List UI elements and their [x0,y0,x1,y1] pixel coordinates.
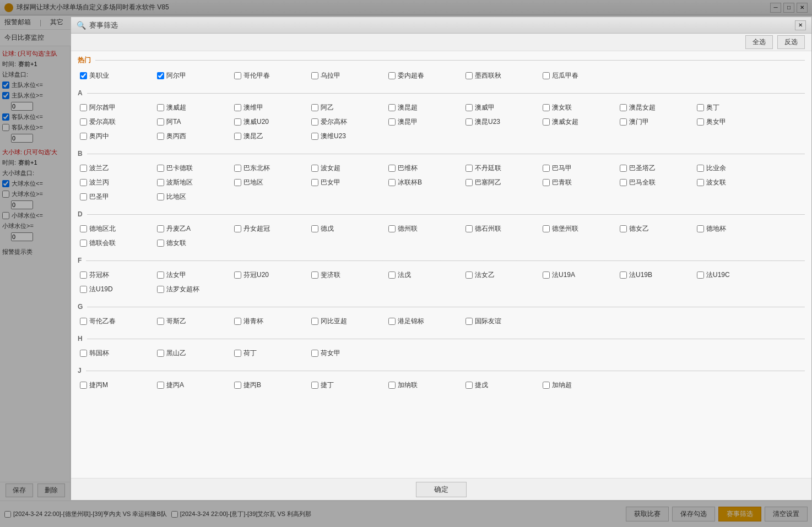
item-label[interactable]: 澳昆乙 [243,132,263,141]
item-label[interactable]: 阿乙 [321,103,334,112]
ge-lun-jia-chun-label[interactable]: 哥伦甲春 [243,71,270,80]
checkbox[interactable] [620,165,627,172]
ge-lun-jia-chun-checkbox[interactable] [234,72,241,79]
item-label[interactable]: 比业余 [706,164,726,173]
checkbox[interactable] [697,225,704,232]
item-label[interactable]: 法戊 [398,270,411,280]
checkbox[interactable] [157,193,164,200]
item-label[interactable]: 加纳超 [552,381,572,390]
checkbox[interactable] [543,271,550,279]
checkbox[interactable] [543,165,550,172]
item-label[interactable]: 波兰乙 [89,164,109,173]
item-label[interactable]: 奥女甲 [706,117,726,127]
item-label[interactable]: 德联会联 [89,238,116,248]
checkbox[interactable] [157,179,164,186]
a-er-jia-checkbox[interactable] [157,72,164,79]
checkbox[interactable] [388,118,396,126]
mo-xi-lian-qiu-label[interactable]: 墨西联秋 [475,71,501,80]
checkbox[interactable] [543,225,550,232]
item-label[interactable]: 巴圣塔乙 [629,164,656,173]
checkbox[interactable] [697,165,704,172]
checkbox[interactable] [157,240,164,247]
item-label[interactable]: 澳威女超 [552,117,578,127]
e-gua-jia-chun-checkbox[interactable] [543,72,550,79]
checkbox[interactable] [80,165,87,172]
item-label[interactable]: 德戊 [321,224,334,233]
item-label[interactable]: 荷女甲 [321,349,340,358]
checkbox[interactable] [697,104,704,111]
item-label[interactable]: 巴青联 [552,178,572,187]
modal-content[interactable]: 热门 美职业 阿尔甲 哥伦甲春 [71,51,811,478]
e-gua-jia-chun-label[interactable]: 厄瓜甲春 [552,71,578,80]
item-label[interactable]: 捷丙B [243,381,261,390]
checkbox[interactable] [388,318,396,325]
item-label[interactable]: 国际友谊 [475,317,501,326]
checkbox[interactable] [620,271,627,279]
item-label[interactable]: 德女乙 [629,224,649,233]
item-label[interactable]: 巴圣甲 [89,192,109,202]
item-label[interactable]: 捷戊 [475,381,488,390]
item-label[interactable]: 巴卡德联 [166,164,193,173]
checkbox[interactable] [80,193,87,200]
checkbox[interactable] [543,104,550,111]
checkbox[interactable] [80,104,87,111]
checkbox[interactable] [311,165,318,172]
checkbox[interactable] [157,225,164,232]
item-label[interactable]: 巴马甲 [552,164,572,173]
checkbox[interactable] [234,104,241,111]
checkbox[interactable] [80,350,87,357]
checkbox[interactable] [234,225,241,232]
checkbox[interactable] [157,286,164,293]
checkbox[interactable] [465,225,473,232]
checkbox[interactable] [311,104,318,111]
item-label[interactable]: 芬冠杯 [89,270,109,280]
item-label[interactable]: 澳昆甲 [398,117,418,127]
item-label[interactable]: 巴塞阿乙 [475,178,501,187]
item-label[interactable]: 德石州联 [475,224,501,233]
item-label[interactable]: 德女联 [166,238,186,248]
checkbox[interactable] [465,271,473,279]
checkbox[interactable] [465,179,473,186]
item-label[interactable]: 澳门甲 [629,117,649,127]
mei-zhiye-label[interactable]: 美职业 [89,71,109,80]
checkbox[interactable] [465,118,473,126]
checkbox[interactable] [80,382,87,389]
checkbox[interactable] [234,179,241,186]
item-label[interactable]: 澳威甲 [475,103,495,112]
checkbox[interactable] [80,118,87,126]
checkbox[interactable] [157,271,164,279]
item-label[interactable]: 奥丁 [706,103,719,112]
checkbox[interactable] [157,165,164,172]
item-label[interactable]: 波女超 [321,164,340,173]
mo-xi-lian-qiu-checkbox[interactable] [465,72,473,79]
checkbox[interactable] [157,133,164,140]
item-label[interactable]: 荷丁 [243,349,257,358]
item-label[interactable]: 德地杯 [706,224,726,233]
confirm-button[interactable]: 确定 [416,482,467,497]
item-label[interactable]: 斐济联 [321,270,340,280]
checkbox[interactable] [620,225,627,232]
checkbox[interactable] [157,104,164,111]
checkbox[interactable] [620,179,627,186]
checkbox[interactable] [543,118,550,126]
item-label[interactable]: 捷丙M [89,381,108,390]
item-label[interactable]: 比地区 [166,192,186,202]
checkbox[interactable] [697,118,704,126]
item-label[interactable]: 奥丙中 [89,132,109,141]
item-label[interactable]: 波女联 [706,178,726,187]
checkbox[interactable] [388,271,396,279]
item-label[interactable]: 捷丙A [166,381,184,390]
item-label[interactable]: 澳女联 [552,103,572,112]
item-label[interactable]: 芬冠U20 [243,270,269,280]
mei-zhiye-checkbox[interactable] [80,72,87,79]
checkbox[interactable] [465,165,473,172]
item-label[interactable]: 巴马全联 [629,178,656,187]
item-label[interactable]: 澳昆女超 [629,103,656,112]
checkbox[interactable] [620,118,627,126]
wei-nei-chao-chun-checkbox[interactable] [388,72,396,79]
checkbox[interactable] [311,318,318,325]
item-label[interactable]: 阿TA [166,117,181,127]
wu-la-jia-checkbox[interactable] [311,72,318,79]
item-label[interactable]: 法U19C [706,270,730,280]
item-label[interactable]: 法U19D [89,285,113,294]
